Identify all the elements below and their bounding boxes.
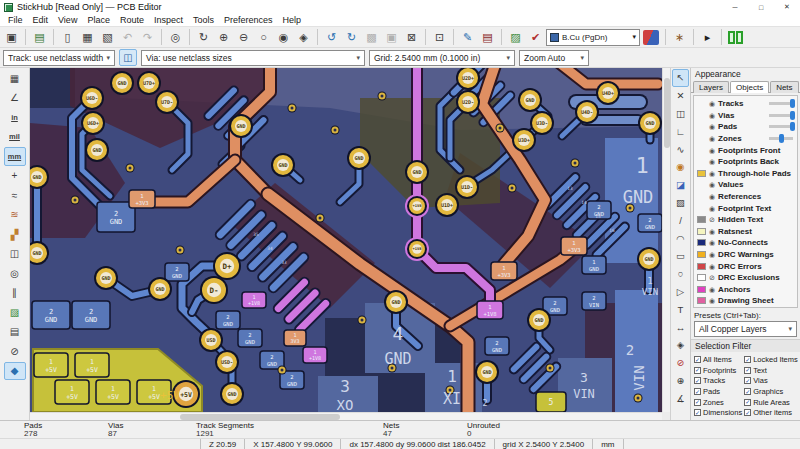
pcb-pad-gnd[interactable]: GND [384, 290, 408, 314]
pcb-pad-u4d+[interactable]: U4D+ [596, 81, 620, 105]
flip-board-view-button[interactable] [643, 30, 659, 45]
tune-length-tool[interactable]: ∿ [672, 140, 689, 158]
filter-checkbox-pads[interactable]: ✓Pads [694, 386, 742, 397]
pcb-pad-u4d-[interactable]: U4D- [575, 100, 599, 124]
menu-preferences[interactable]: Preferences [219, 14, 278, 26]
tab-objects[interactable]: Objects [730, 81, 769, 93]
slider-thumb[interactable] [790, 111, 795, 120]
slider-thumb[interactable] [790, 122, 795, 131]
drill-origin-tool[interactable]: ⊕ [672, 372, 689, 390]
filter-checkbox-zones[interactable]: ✓Zones [694, 397, 742, 408]
color-swatch[interactable] [697, 263, 706, 270]
layer-select[interactable]: B.Cu (PgDn)▾ [546, 29, 640, 46]
pcb-pad-+5v[interactable]: 1+5V [96, 380, 130, 404]
visibility-eye-icon[interactable]: ◉ [709, 239, 715, 246]
pcb-pad-u3d+[interactable]: U3D+ [512, 128, 536, 152]
add-arc-tool[interactable]: ◠ [672, 229, 689, 247]
add-circle-tool[interactable]: ○ [672, 265, 689, 283]
pcb-pad-gnd[interactable]: GND [220, 382, 244, 406]
pcb-pad-gnd[interactable]: 2GND [72, 301, 110, 329]
pcb-pad-d-[interactable]: D- [200, 276, 228, 304]
grid-select[interactable]: Grid: 2.5400 mm (0.1000 in)▾ [369, 50, 515, 66]
add-line-tool[interactable]: / [672, 211, 689, 229]
pcb-pad-u3d-[interactable]: U3D- [530, 111, 554, 135]
page-settings-button[interactable]: ▯ [58, 28, 77, 47]
select-tool[interactable]: ↖ [672, 69, 689, 87]
add-text-tool[interactable]: T [672, 300, 689, 318]
history-back-button[interactable]: ↺ [322, 28, 341, 47]
pcb-pad-gnd[interactable]: 2GND [485, 337, 509, 355]
color-swatch[interactable] [697, 216, 706, 223]
delete-tool[interactable]: ⊘ [672, 354, 689, 372]
color-swatch[interactable] [697, 239, 706, 246]
visibility-eye-icon[interactable]: ◉ [709, 286, 715, 293]
visibility-eye-icon[interactable]: ◉ [709, 181, 715, 188]
pcb-pad-vin[interactable]: 2VIN [582, 292, 606, 310]
pcb-pad-u6d-[interactable]: U6D- [80, 86, 104, 110]
color-swatch[interactable] [697, 286, 706, 293]
pcb-pad-+5v[interactable]: 1+5V [55, 380, 89, 404]
menu-inspect[interactable]: Inspect [149, 14, 188, 26]
pcb-pad-gnd[interactable]: GND [405, 160, 429, 184]
maximize-button[interactable]: □ [748, 0, 774, 14]
pcb-pad-usd-[interactable]: USD- [215, 350, 239, 374]
lock-button[interactable]: ⊠ [402, 28, 421, 47]
visibility-eye-icon[interactable]: ◉ [709, 193, 715, 200]
scripting-console-button[interactable]: ▸ [698, 28, 717, 47]
pcb-pad-gnd[interactable]: 1GND [582, 256, 606, 274]
filter-checkbox-all-items[interactable]: ✓All Items [694, 354, 742, 365]
pcb-pad-gnd[interactable]: 2GND [165, 263, 189, 281]
zoom-in-button[interactable]: ⊕ [214, 28, 233, 47]
color-swatch[interactable] [697, 251, 706, 258]
units-mils-button[interactable]: mil [4, 128, 26, 147]
add-footprint-tool[interactable]: ◫ [672, 105, 689, 123]
visibility-eye-icon[interactable]: ◉ [709, 100, 715, 107]
presets-select[interactable]: All Copper Layers▾ [694, 321, 797, 337]
crosshair-style-button[interactable]: + [4, 167, 26, 186]
pcb-pad-gnd[interactable]: 2GND [216, 311, 240, 329]
pcb-pad-u7d+[interactable]: U7D+ [137, 71, 161, 95]
show-ratsnest-button[interactable]: ≈ [4, 186, 26, 205]
highlight-nets-button[interactable]: ▞ [4, 225, 26, 244]
opacity-slider[interactable] [769, 102, 793, 105]
curved-ratsnest-button[interactable]: ≋ [4, 206, 26, 225]
drc-button[interactable]: ✔ [526, 28, 545, 47]
pcb-pad-+1v8[interactable]: +1V8 [405, 237, 429, 261]
update-pcb-from-schematic-button[interactable]: ✎ [458, 28, 477, 47]
visibility-eye-icon[interactable]: ◉ [709, 228, 715, 235]
zoom-fit-button[interactable]: ○ [254, 28, 273, 47]
visibility-eye-icon[interactable]: ◉ [709, 297, 715, 304]
vertical-scrollbar[interactable] [662, 68, 670, 412]
sketch-pads-button[interactable]: ◫ [4, 245, 26, 264]
color-swatch[interactable] [697, 274, 706, 281]
filter-checkbox-locked-items[interactable]: ✓Locked Items [744, 354, 798, 365]
visibility-eye-icon[interactable]: ◉ [709, 158, 715, 165]
slider-thumb[interactable] [779, 134, 784, 143]
visibility-eye-icon[interactable]: ◉ [709, 112, 715, 119]
via-size-select[interactable]: Via: use netclass sizes▾ [141, 50, 365, 66]
horizontal-scrollbar[interactable] [30, 412, 662, 420]
visibility-eye-icon[interactable]: ◉ [709, 123, 715, 130]
save-button[interactable]: ▣ [2, 28, 21, 47]
pcb-pad-+1v8[interactable]: 1+1V8 [242, 292, 266, 308]
pcb-pad-gnd[interactable]: GND [518, 88, 542, 112]
menu-route[interactable]: Route [115, 14, 149, 26]
add-rectangle-tool[interactable]: ▭ [672, 247, 689, 265]
net-inspector-button[interactable]: ∗ [670, 28, 689, 47]
print-button[interactable]: ▦ [78, 28, 97, 47]
close-button[interactable]: ✕ [774, 0, 800, 14]
visibility-eye-icon[interactable]: ⊘ [709, 274, 715, 281]
filter-checkbox-graphics[interactable]: ✓Graphics [744, 386, 798, 397]
board-setup-button[interactable]: ▤ [30, 28, 49, 47]
zoom-out-button[interactable]: ⊖ [234, 28, 253, 47]
sketch-tracks-button[interactable]: ∥ [4, 284, 26, 303]
pcb-pad-gnd[interactable]: 2GND [32, 301, 70, 329]
add-zone-tool[interactable]: ◪ [672, 176, 689, 194]
visibility-eye-icon[interactable]: ◉ [709, 170, 715, 177]
pcb-pad-+5v[interactable]: 1+5V [34, 353, 68, 377]
pcb-pad-gnd[interactable]: GND [475, 360, 499, 384]
plot-button[interactable]: ▧ [98, 28, 117, 47]
pcb-pad-gnd[interactable]: GND [637, 247, 661, 271]
pcb-pad-5[interactable]: 5 [536, 392, 566, 412]
zoom-fit-objects-button[interactable]: ◉ [274, 28, 293, 47]
